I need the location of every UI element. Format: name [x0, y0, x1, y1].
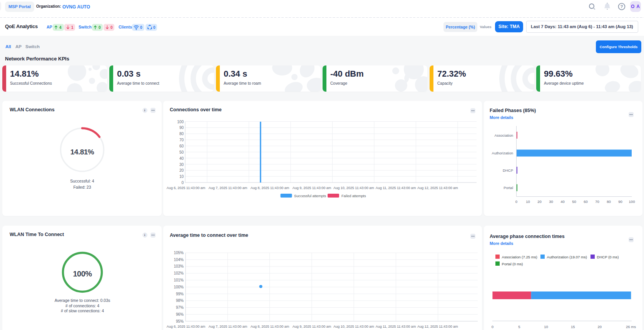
- svg-text:95%: 95%: [176, 319, 184, 323]
- svg-text:Association (7.25 ms): Association (7.25 ms): [502, 255, 537, 259]
- svg-text:99%: 99%: [176, 292, 184, 296]
- svg-text:Authorization: Authorization: [492, 151, 513, 155]
- svg-text:?: ?: [620, 4, 623, 9]
- svg-text:Aug 11, 2025 11:43:00 am: Aug 11, 2025 11:43:00 am: [376, 325, 416, 328]
- svg-text:# of slow connections: 4: # of slow connections: 4: [61, 308, 104, 313]
- svg-text:100%: 100%: [73, 270, 92, 278]
- svg-text:20: 20: [598, 325, 602, 329]
- svg-text:98%: 98%: [176, 298, 184, 303]
- svg-text:Successful attempts: Successful attempts: [294, 194, 326, 198]
- svg-text:70: 70: [595, 199, 599, 204]
- svg-text:10: 10: [544, 325, 548, 329]
- svg-text:10: 10: [179, 174, 184, 179]
- svg-text:Aug 12, 2025 11:43:00 am: Aug 12, 2025 11:43:00 am: [417, 186, 458, 190]
- svg-text:Association: Association: [494, 133, 513, 137]
- svg-text:Aug 10, 2025 11:43:00 am: Aug 10, 2025 11:43:00 am: [333, 186, 374, 190]
- svg-text:50: 50: [572, 199, 576, 204]
- svg-text:Aug 6, 2025 11:43:00 am: Aug 6, 2025 11:43:00 am: [167, 186, 205, 190]
- svg-text:15: 15: [571, 325, 575, 329]
- svg-text:Aug 7, 2025 11:43:00 am: Aug 7, 2025 11:43:00 am: [209, 186, 247, 190]
- svg-text:Aug 8, 2025 11:43:00 am: Aug 8, 2025 11:43:00 am: [251, 325, 289, 328]
- svg-text:Average time to connect: 0.03s: Average time to connect: 0.03s: [55, 298, 110, 303]
- svg-text:Failed attempts: Failed attempts: [341, 194, 366, 198]
- svg-text:50: 50: [179, 150, 184, 154]
- svg-text:80: 80: [607, 199, 611, 204]
- svg-text:Aug 8, 2025 11:43:00 am: Aug 8, 2025 11:43:00 am: [251, 186, 289, 190]
- svg-text:Aug 7, 2025 11:43:00 am: Aug 7, 2025 11:43:00 am: [209, 325, 247, 328]
- svg-text:40: 40: [560, 199, 565, 204]
- svg-text:10: 10: [526, 199, 530, 204]
- svg-text:Aug 6, 2025 11:43:00 am: Aug 6, 2025 11:43:00 am: [167, 325, 205, 328]
- svg-text:26 ms: 26 ms: [626, 325, 636, 329]
- svg-text:Aug 9, 2025 11:43:00 am: Aug 9, 2025 11:43:00 am: [293, 186, 331, 190]
- svg-text:100%: 100%: [174, 285, 184, 289]
- svg-text:0: 0: [181, 181, 184, 185]
- svg-text:Portal (0 ms): Portal (0 ms): [502, 262, 523, 266]
- svg-text:102%: 102%: [174, 271, 184, 275]
- svg-text:96%: 96%: [176, 312, 184, 317]
- svg-text:30: 30: [179, 162, 184, 167]
- svg-text:Authorization (19.07 ms): Authorization (19.07 ms): [547, 255, 587, 259]
- svg-text:103%: 103%: [174, 264, 184, 268]
- svg-text:100: 100: [177, 120, 184, 124]
- svg-text:80: 80: [179, 132, 184, 136]
- svg-text:Aug 12, 2025 11:43:00 am: Aug 12, 2025 11:43:00 am: [417, 325, 458, 328]
- svg-text:97%: 97%: [176, 305, 184, 310]
- svg-text:104%: 104%: [174, 258, 184, 262]
- svg-text:60: 60: [584, 199, 588, 204]
- svg-text:DHCP (0 ms): DHCP (0 ms): [597, 255, 619, 259]
- svg-text:Failed: 23: Failed: 23: [73, 185, 91, 189]
- svg-text:0: 0: [515, 199, 517, 204]
- svg-text:Portal: Portal: [503, 186, 513, 190]
- svg-text:Aug 11, 2025 11:43:00 am: Aug 11, 2025 11:43:00 am: [376, 186, 416, 190]
- svg-text:105%: 105%: [174, 251, 184, 255]
- svg-text:# of connections: 4: # of connections: 4: [65, 303, 99, 308]
- svg-text:Aug 9, 2025 11:43:00 am: Aug 9, 2025 11:43:00 am: [293, 325, 331, 328]
- svg-text:60: 60: [179, 144, 184, 148]
- svg-text:90: 90: [618, 199, 622, 204]
- svg-text:90: 90: [179, 126, 184, 130]
- svg-text:70: 70: [179, 138, 184, 142]
- svg-text:Successful: 4: Successful: 4: [70, 179, 94, 183]
- svg-text:Aug 10, 2025 11:43:00 am: Aug 10, 2025 11:43:00 am: [333, 325, 374, 328]
- svg-text:101%: 101%: [174, 278, 184, 282]
- svg-text:DHCP: DHCP: [503, 168, 513, 173]
- svg-text:30: 30: [549, 199, 553, 204]
- svg-text:100: 100: [629, 199, 635, 204]
- svg-text:20: 20: [179, 168, 184, 173]
- svg-text:14.81%: 14.81%: [70, 148, 94, 156]
- svg-text:0: 0: [492, 325, 493, 329]
- svg-text:40: 40: [179, 156, 184, 161]
- svg-text:20: 20: [537, 199, 542, 204]
- svg-text:5: 5: [518, 325, 520, 329]
